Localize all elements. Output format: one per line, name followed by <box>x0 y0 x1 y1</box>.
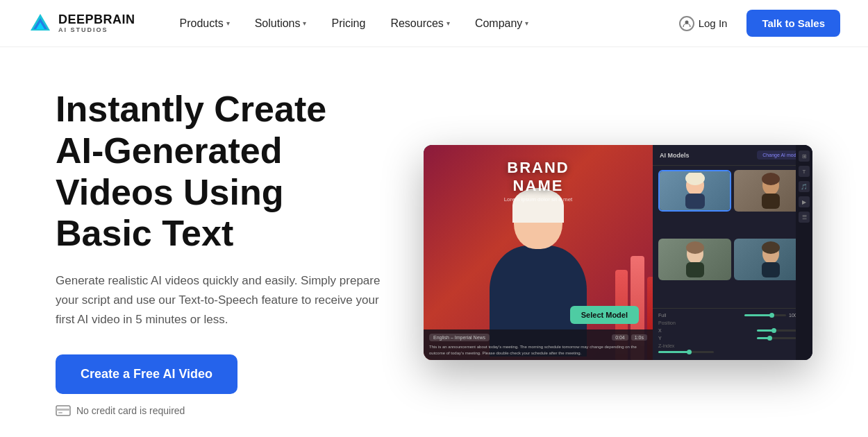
nav-resources[interactable]: Resources ▾ <box>379 12 460 35</box>
toolbar-icon-5[interactable]: ☰ <box>799 212 810 223</box>
control-row-3: Y 34 <box>658 336 807 341</box>
logo-brand: DEEPBRAIN <box>58 13 135 27</box>
model-face-3 <box>658 239 731 280</box>
control-label-y: Y <box>658 336 662 341</box>
hero-right: BRAND NAME Lorem ipsum dolor sit a met <box>424 145 812 360</box>
svg-rect-12 <box>762 194 780 209</box>
control-row-z <box>658 351 807 353</box>
control-label-full: Full <box>658 313 666 318</box>
svg-rect-9 <box>685 194 705 209</box>
panel-title: AI Models <box>660 152 690 159</box>
model-thumb-3[interactable] <box>658 239 731 280</box>
slider-track-1[interactable] <box>744 314 786 316</box>
brand-overlay: BRAND NAME Lorem ipsum dolor sit a met <box>481 159 596 203</box>
chevron-down-icon: ▾ <box>303 19 306 27</box>
z-index-label: Z-index <box>658 343 807 348</box>
talk-to-sales-button[interactable]: Talk to Sales <box>746 10 840 37</box>
video-controls: English – Imperial News 0:04 1:0s This i… <box>424 329 653 360</box>
svg-rect-5 <box>56 409 70 411</box>
video-area: BRAND NAME Lorem ipsum dolor sit a met <box>424 145 653 360</box>
control-row-2: X 34 <box>658 328 807 333</box>
navbar: DEEPBRAIN AI STUDIOS Products ▾ Solution… <box>0 0 868 47</box>
chevron-down-icon: ▾ <box>446 19 450 27</box>
hero-description: Generate realistic AI videos quickly and… <box>56 271 382 329</box>
time-end: 1:0s <box>631 334 647 341</box>
model-face-1 <box>660 171 730 210</box>
script-text: This is an announcement about today's me… <box>429 344 647 356</box>
svg-rect-15 <box>686 262 704 277</box>
no-credit-notice: No credit card is required <box>56 405 382 416</box>
models-grid <box>653 166 812 308</box>
nav-company[interactable]: Company ▾ <box>464 12 540 35</box>
nav-pricing[interactable]: Pricing <box>320 12 376 35</box>
control-slider-z <box>658 351 714 353</box>
logo[interactable]: DEEPBRAIN AI STUDIOS <box>28 11 135 36</box>
hero-title: Instantly Create AI-Generated Videos Usi… <box>56 89 382 255</box>
model-thumb-1[interactable] <box>658 170 731 212</box>
hero-left: Instantly Create AI-Generated Videos Usi… <box>56 89 382 416</box>
language-selector[interactable]: English – Imperial News <box>429 334 490 341</box>
svg-rect-18 <box>762 262 780 277</box>
panel-controls: Full 100 + % Position X <box>653 308 812 360</box>
chevron-down-icon: ▾ <box>226 19 230 27</box>
toolbar-icon-4[interactable]: ▶ <box>799 196 810 207</box>
product-screenshot: BRAND NAME Lorem ipsum dolor sit a met <box>424 145 812 360</box>
svg-point-17 <box>762 241 780 254</box>
right-panel: AI Models Change AI model <box>653 145 812 360</box>
user-icon <box>679 16 694 31</box>
panel-header: AI Models Change AI model <box>653 145 812 166</box>
nav-products[interactable]: Products ▾ <box>169 12 241 35</box>
nav-links: Products ▾ Solutions ▾ Pricing Resources… <box>169 12 671 35</box>
nav-right: Log In Talk to Sales <box>671 10 840 37</box>
slider-track-z[interactable] <box>658 351 714 353</box>
slider-track-2[interactable] <box>757 329 799 332</box>
logo-icon <box>28 11 53 36</box>
position-label: Position <box>658 320 807 325</box>
nav-solutions[interactable]: Solutions ▾ <box>244 12 318 35</box>
toolbar-icon-2[interactable]: T <box>799 166 810 177</box>
control-row-1: Full 100 + % <box>658 313 807 318</box>
control-label-x: X <box>658 328 662 333</box>
credit-card-icon <box>56 405 71 416</box>
hero-section: Instantly Create AI-Generated Videos Usi… <box>0 47 868 437</box>
logo-text: DEEPBRAIN AI STUDIOS <box>58 13 135 34</box>
create-free-video-button[interactable]: Create a Free AI Video <box>56 354 237 394</box>
toolbar-icons: ⊞ T 🎵 ▶ ☰ <box>796 145 812 360</box>
select-model-button[interactable]: Select Model <box>570 306 639 324</box>
toolbar-icon-3[interactable]: 🎵 <box>799 181 810 192</box>
chevron-down-icon: ▾ <box>525 19 528 27</box>
time-display: 0:04 1:0s <box>612 334 647 341</box>
toolbar-icon-1[interactable]: ⊞ <box>799 151 810 162</box>
svg-rect-6 <box>58 412 62 413</box>
logo-sub: AI STUDIOS <box>58 26 135 33</box>
controls-top: English – Imperial News 0:04 1:0s <box>429 334 647 341</box>
svg-point-14 <box>686 241 704 254</box>
login-button[interactable]: Log In <box>671 10 736 37</box>
time-start: 0:04 <box>612 334 628 341</box>
svg-point-11 <box>762 173 780 185</box>
slider-track-3[interactable] <box>757 337 799 339</box>
